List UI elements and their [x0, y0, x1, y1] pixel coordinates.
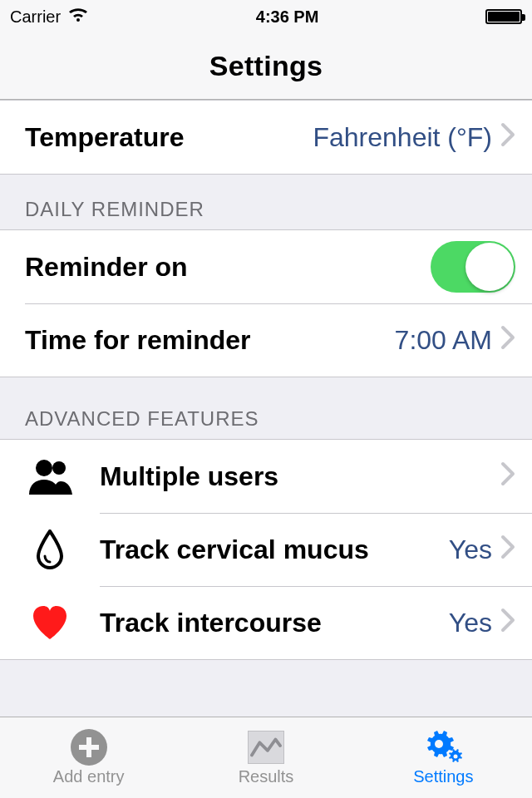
status-time: 4:36 PM [256, 7, 319, 27]
tab-results-label: Results [239, 767, 294, 786]
temperature-label: Temperature [25, 122, 313, 153]
chevron-right-icon [500, 120, 515, 155]
heart-icon [25, 598, 75, 648]
wifi-icon [67, 7, 89, 27]
reminder-time-row[interactable]: Time for reminder 7:00 AM [0, 303, 532, 377]
tab-settings[interactable]: Settings [355, 717, 532, 798]
reminder-switch[interactable] [431, 241, 515, 293]
content: Temperature Fahrenheit (°F) DAILY REMIND… [0, 100, 532, 660]
plus-circle-icon [66, 729, 112, 766]
status-left: Carrier [10, 7, 89, 27]
reminder-group: Reminder on Time for reminder 7:00 AM [0, 229, 532, 377]
status-bar: Carrier 4:36 PM [0, 0, 532, 33]
track-mucus-label: Track cervical mucus [100, 534, 449, 565]
battery-icon [485, 9, 522, 24]
temperature-row[interactable]: Temperature Fahrenheit (°F) [0, 101, 532, 174]
advanced-group: Multiple users Track cervical mucus Yes [0, 439, 532, 660]
svg-point-1 [52, 461, 66, 475]
temperature-group: Temperature Fahrenheit (°F) [0, 100, 532, 175]
tab-bar: Add entry Results Settings [0, 717, 532, 798]
status-right [485, 9, 522, 24]
track-mucus-value: Yes [449, 534, 492, 565]
chart-icon [243, 729, 289, 766]
nav-bar: Settings [0, 33, 532, 100]
chevron-right-icon [500, 323, 515, 357]
carrier-label: Carrier [10, 7, 61, 27]
drop-icon [25, 525, 75, 574]
page-title: Settings [209, 50, 323, 82]
chevron-right-icon [500, 532, 515, 567]
temperature-value: Fahrenheit (°F) [313, 122, 492, 153]
tab-add-entry[interactable]: Add entry [0, 717, 177, 798]
multiple-users-label: Multiple users [100, 461, 500, 492]
reminder-time-value: 7:00 AM [395, 325, 492, 356]
reminder-on-row: Reminder on [0, 230, 532, 303]
track-mucus-row[interactable]: Track cervical mucus Yes [0, 513, 532, 586]
users-icon [25, 451, 75, 501]
reminder-time-label: Time for reminder [25, 325, 395, 356]
reminder-header: DAILY REMINDER [0, 175, 532, 229]
gear-icon [420, 729, 466, 766]
chevron-right-icon [500, 459, 515, 494]
switch-knob [466, 243, 514, 291]
multiple-users-row[interactable]: Multiple users [0, 440, 532, 513]
tab-settings-label: Settings [413, 767, 473, 786]
svg-point-0 [36, 460, 52, 476]
track-intercourse-value: Yes [449, 608, 492, 638]
advanced-header: ADVANCED FEATURES [0, 377, 532, 439]
chevron-right-icon [500, 605, 515, 640]
reminder-on-label: Reminder on [25, 252, 431, 283]
svg-point-3 [454, 755, 458, 759]
track-intercourse-label: Track intercourse [100, 608, 449, 638]
tab-add-entry-label: Add entry [53, 767, 125, 786]
tab-results[interactable]: Results [177, 717, 354, 798]
svg-point-2 [435, 740, 443, 748]
track-intercourse-row[interactable]: Track intercourse Yes [0, 586, 532, 659]
